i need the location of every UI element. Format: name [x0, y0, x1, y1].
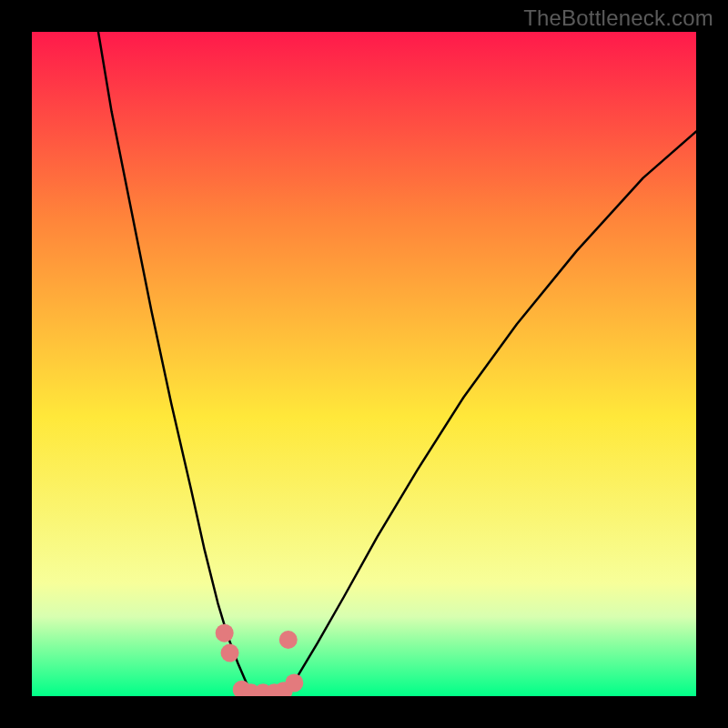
watermark-text: TheBottleneck.com — [523, 5, 713, 31]
plot-area — [32, 32, 696, 696]
valley-marker — [279, 631, 298, 649]
bottleneck-chart — [32, 32, 696, 696]
valley-marker — [221, 644, 239, 662]
valley-marker — [216, 624, 234, 642]
valley-marker — [285, 673, 303, 692]
chart-frame: TheBottleneck.com — [0, 0, 728, 728]
svg-rect-0 — [32, 32, 696, 696]
